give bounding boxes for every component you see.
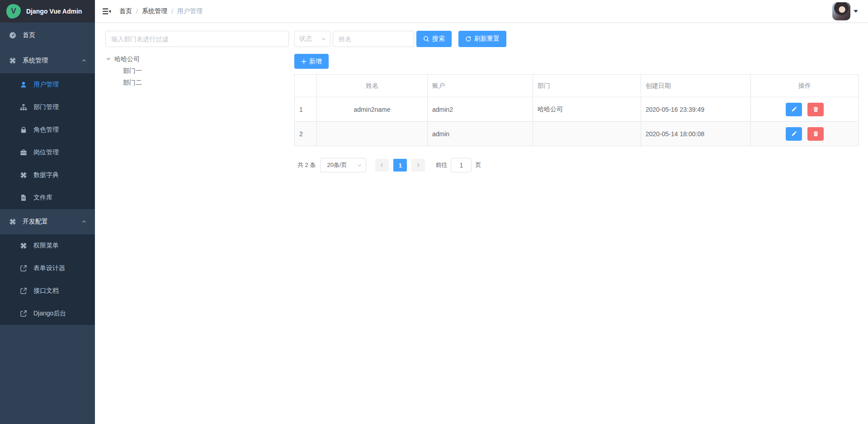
tree-node-dept2[interactable]: 部门二 bbox=[123, 77, 289, 89]
component-icon bbox=[20, 242, 27, 249]
briefcase-icon bbox=[20, 149, 27, 156]
search-icon bbox=[423, 36, 429, 42]
department-filter-input[interactable] bbox=[105, 31, 289, 47]
external-link-icon bbox=[20, 287, 27, 295]
sidebar-item-form-designer[interactable]: 表单设计器 bbox=[0, 257, 95, 280]
tree-node-dept1[interactable]: 部门一 bbox=[123, 65, 289, 77]
sidebar-item-label: 表单设计器 bbox=[33, 264, 65, 272]
sidebar-item-api-docs[interactable]: 接口文档 bbox=[0, 280, 95, 302]
page-number-button[interactable]: 1 bbox=[393, 159, 407, 172]
sidebar-item-departments[interactable]: 部门管理 bbox=[0, 96, 95, 119]
logo-letter: V bbox=[11, 7, 16, 16]
add-button[interactable]: 新增 bbox=[294, 54, 329, 69]
refresh-icon bbox=[465, 36, 472, 42]
sidebar-item-label: 首页 bbox=[23, 31, 35, 39]
delete-button[interactable] bbox=[807, 103, 824, 116]
sidebar-group-dev[interactable]: 开发配置 bbox=[0, 209, 95, 234]
column-header-index bbox=[295, 75, 317, 97]
sidebar-group-system[interactable]: 系统管理 bbox=[0, 48, 95, 73]
department-tree: 哈哈公司 部门一 部门二 bbox=[105, 53, 289, 89]
sidebar-item-files[interactable]: 文件库 bbox=[0, 186, 95, 209]
file-icon bbox=[20, 194, 27, 201]
app-title: Django Vue Admin bbox=[26, 8, 82, 15]
next-page-button[interactable] bbox=[411, 159, 425, 172]
search-button[interactable]: 搜索 bbox=[416, 31, 452, 47]
cell-actions bbox=[751, 122, 859, 146]
refresh-reset-button-label: 刷新重置 bbox=[474, 35, 500, 43]
avatar[interactable] bbox=[832, 2, 850, 20]
caret-down-icon bbox=[854, 10, 858, 13]
sidebar-collapse-button[interactable] bbox=[95, 0, 118, 22]
name-filter-input[interactable] bbox=[333, 31, 414, 47]
goto-label: 前往 bbox=[435, 161, 447, 169]
sidebar-group-label: 开发配置 bbox=[23, 218, 48, 226]
submenu-dev: 权限菜单 表单设计器 接口文档 bbox=[0, 234, 95, 325]
column-header-account: 账户 bbox=[428, 75, 533, 97]
chevron-left-icon bbox=[379, 162, 385, 168]
edit-button[interactable] bbox=[786, 103, 802, 116]
page-content: 哈哈公司 部门一 部门二 状态 bbox=[95, 23, 868, 424]
chevron-right-icon bbox=[415, 162, 421, 168]
sidebar-item-positions[interactable]: 岗位管理 bbox=[0, 141, 95, 164]
sidebar-group-label: 系统管理 bbox=[23, 57, 48, 65]
delete-button[interactable] bbox=[807, 127, 824, 141]
tree-node-label: 部门一 bbox=[123, 67, 142, 75]
column-header-name: 姓名 bbox=[317, 75, 428, 97]
users-section: 状态 搜索 bbox=[294, 31, 859, 424]
breadcrumb-item-home[interactable]: 首页 bbox=[119, 7, 132, 15]
page-size-value: 20条/页 bbox=[327, 161, 347, 169]
sidebar-item-home[interactable]: 首页 bbox=[0, 23, 95, 48]
cell-index: 2 bbox=[295, 122, 317, 146]
users-table: 姓名 账户 部门 创建日期 操作 1 admin2name admin2 哈哈公 bbox=[294, 74, 859, 146]
goto-page-input[interactable] bbox=[451, 158, 472, 172]
add-button-label: 新增 bbox=[309, 57, 322, 66]
column-header-department: 部门 bbox=[533, 75, 641, 97]
sidebar-item-permissions[interactable]: 权限菜单 bbox=[0, 234, 95, 257]
department-panel: 哈哈公司 部门一 部门二 bbox=[105, 31, 289, 424]
user-icon bbox=[20, 81, 27, 88]
logo-bar[interactable]: V Django Vue Admin bbox=[0, 0, 95, 23]
breadcrumb-separator: / bbox=[136, 8, 138, 15]
tree-node-root[interactable]: 哈哈公司 bbox=[105, 53, 289, 65]
breadcrumb-separator: / bbox=[171, 8, 173, 15]
sidebar-item-roles[interactable]: 角色管理 bbox=[0, 119, 95, 141]
user-dropdown[interactable] bbox=[832, 0, 858, 23]
trash-icon bbox=[813, 131, 819, 137]
tree-expand-icon[interactable] bbox=[106, 58, 111, 61]
sidebar-item-label: 部门管理 bbox=[33, 103, 59, 111]
sidebar-item-django-admin[interactable]: Django后台 bbox=[0, 302, 95, 325]
pagination-total: 共 2 条 bbox=[297, 161, 316, 169]
tree-node-label: 哈哈公司 bbox=[114, 55, 140, 63]
breadcrumb: 首页 / 系统管理 / 用户管理 bbox=[119, 7, 203, 15]
external-link-icon bbox=[20, 310, 27, 317]
status-select[interactable]: 状态 bbox=[294, 31, 330, 47]
plus-icon bbox=[301, 59, 307, 64]
breadcrumb-item-current: 用户管理 bbox=[177, 7, 203, 15]
cell-index: 1 bbox=[295, 97, 317, 122]
external-link-icon bbox=[20, 265, 27, 272]
pagination: 共 2 条 20条/页 1 bbox=[294, 158, 859, 172]
sidebar-item-label: 权限菜单 bbox=[33, 242, 59, 250]
sidebar-item-users[interactable]: 用户管理 bbox=[0, 73, 95, 96]
edit-button[interactable] bbox=[786, 127, 802, 141]
trash-icon bbox=[813, 106, 819, 112]
breadcrumb-item-system[interactable]: 系统管理 bbox=[142, 7, 167, 15]
lock-icon bbox=[20, 126, 27, 133]
sidebar-item-dictionary[interactable]: 数据字典 bbox=[0, 164, 95, 186]
table-row[interactable]: 2 admin 2020-05-14 18:00:08 bbox=[295, 122, 859, 146]
chevron-up-icon bbox=[81, 219, 87, 224]
cell-actions bbox=[751, 97, 859, 122]
page-size-select[interactable]: 20条/页 bbox=[320, 158, 366, 172]
table-row[interactable]: 1 admin2name admin2 哈哈公司 2020-05-16 23:3… bbox=[295, 97, 859, 122]
sidebar-item-label: 角色管理 bbox=[33, 126, 59, 134]
tree-node-label: 部门二 bbox=[123, 79, 142, 87]
component-icon bbox=[9, 218, 16, 225]
edit-pen-icon bbox=[791, 106, 797, 112]
tree-children: 部门一 部门二 bbox=[105, 65, 289, 89]
prev-page-button[interactable] bbox=[375, 159, 389, 172]
component-icon bbox=[9, 57, 16, 64]
refresh-reset-button[interactable]: 刷新重置 bbox=[458, 31, 506, 47]
sidebar-menu: 首页 系统管理 bbox=[0, 23, 95, 325]
sidebar-item-label: 文件库 bbox=[33, 194, 52, 202]
sidebar-item-label: Django后台 bbox=[33, 310, 66, 318]
